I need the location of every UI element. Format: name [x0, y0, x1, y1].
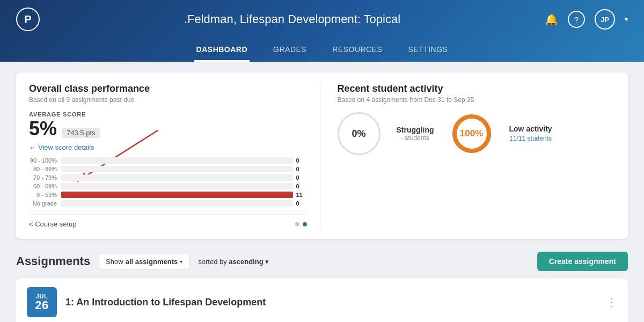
zero-pct-circle: 0% [338, 112, 380, 155]
avg-score-row: 5% 743.5 pts [29, 118, 307, 140]
donut-container: 100% [450, 112, 493, 155]
user-initials: JP [601, 16, 609, 24]
donut-text: 100% [460, 128, 483, 139]
low-activity-label: Low activity [509, 125, 552, 133]
bar-row: 0 - 59% 11 [29, 192, 307, 198]
assignments-header: Assignments Show all assignments ▾ sorte… [16, 252, 628, 271]
bar-chart: 90 - 100% 0 80 - 89% 0 70 - 79% 0 [29, 157, 307, 207]
assignments-filter[interactable]: Show all assignments ▾ [99, 254, 189, 269]
help-icon[interactable]: ? [568, 11, 585, 28]
avg-score-pct: 5% [29, 118, 57, 140]
activity-title: Recent student activity [338, 83, 616, 94]
bar-row: 60 - 69% 0 [29, 183, 307, 189]
assignment-item: JUL 26 1: An Introduction to Lifespan De… [16, 279, 628, 322]
app-container: P .Feldman, Lifespan Development: Topica… [0, 0, 644, 322]
main-content: Overall class performance Based on all 9… [0, 62, 644, 322]
assignment-name[interactable]: 1: An Introduction to Lifespan Developme… [65, 297, 598, 308]
bar-row: 70 - 79% 0 [29, 174, 307, 181]
assignment-top: JUL 26 1: An Introduction to Lifespan De… [27, 287, 617, 317]
bar-row: 90 - 100% 0 [29, 157, 307, 164]
avatar[interactable]: JP [595, 9, 615, 30]
activity-metrics: 0% Struggling - students 100% [338, 112, 616, 155]
sort-value: ascending [229, 258, 263, 266]
nav-dashboard[interactable]: DASHBOARD [194, 39, 250, 62]
bar-row: 80 - 89% 0 [29, 166, 307, 172]
struggling-sub: - students [397, 134, 434, 142]
filter-chevron-icon: ▾ [180, 259, 182, 265]
assignments-left: Assignments Show all assignments ▾ sorte… [16, 254, 269, 269]
assignments-sort: sorted by ascending ▾ [198, 258, 269, 266]
header: P .Feldman, Lifespan Development: Topica… [0, 0, 644, 62]
dot-2[interactable] [303, 222, 307, 226]
header-top: P .Feldman, Lifespan Development: Topica… [0, 0, 644, 39]
assignments-title: Assignments [16, 254, 90, 268]
more-options-icon[interactable]: ⋮ [606, 296, 617, 309]
chevron-down-icon[interactable]: ▾ [625, 16, 628, 23]
low-activity-metric: Low activity 11/11 students [509, 125, 552, 143]
header-icons: 🔔 ? JP ▾ [545, 9, 628, 30]
logo[interactable]: P [16, 8, 40, 31]
bar-chart-area: 90 - 100% 0 80 - 89% 0 70 - 79% 0 [29, 157, 307, 207]
nav-resources[interactable]: RESOURCES [330, 39, 384, 62]
struggling-metric: Struggling - students [397, 126, 434, 142]
perf-left: Overall class performance Based on all 9… [29, 83, 320, 228]
struggling-label: Struggling [397, 126, 434, 134]
perf-title: Overall class performance [29, 83, 307, 94]
notification-icon[interactable]: 🔔 [545, 13, 558, 26]
low-activity-link[interactable]: 11/11 students [509, 135, 552, 142]
activity-subtitle: Based on 4 assignments from Dec 31 to Se… [338, 96, 616, 104]
page-title: .Feldman, Lifespan Development: Topical [40, 12, 545, 26]
header-nav: DASHBOARD GRADES RESOURCES SETTINGS [0, 39, 644, 62]
nav-grades[interactable]: GRADES [271, 39, 309, 62]
avg-score-pts: 743.5 pts [62, 128, 100, 138]
assignment-day: 26 [35, 299, 48, 311]
dot-1[interactable] [295, 222, 299, 226]
nav-settings[interactable]: SETTINGS [406, 39, 450, 62]
date-badge: JUL 26 [27, 287, 57, 317]
bar-row: No grade 0 [29, 200, 307, 207]
sort-chevron-icon[interactable]: ▾ [265, 258, 269, 266]
pagination-dots [295, 222, 307, 226]
course-setup-link[interactable]: < Course setup [29, 220, 77, 228]
performance-card: Overall class performance Based on all 9… [16, 72, 628, 239]
view-score-link[interactable]: View score details [29, 143, 94, 151]
card-footer: < Course setup [29, 214, 307, 228]
avg-score-label: AVERAGE SCORE [29, 111, 307, 118]
logo-text: P [24, 13, 31, 26]
perf-subtitle: Based on all 9 assignments past due [29, 96, 307, 104]
create-assignment-button[interactable]: Create assignment [537, 252, 628, 271]
activity-section: Recent student activity Based on 4 assig… [320, 83, 616, 228]
filter-value: all assignments [126, 258, 178, 266]
